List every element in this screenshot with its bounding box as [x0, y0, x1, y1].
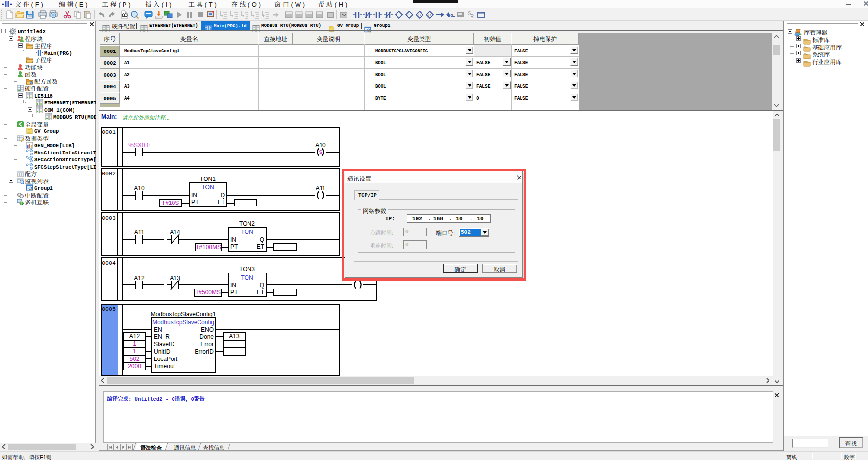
svg-text:TON: TON	[241, 229, 253, 235]
svg-text:R: R	[428, 12, 431, 17]
svg-text:IN: IN	[230, 236, 236, 243]
svg-text:0004: 0004	[102, 260, 116, 266]
svg-text:A13: A13	[229, 333, 240, 340]
svg-text:A10: A10	[315, 142, 326, 149]
svg-text:Q: Q	[260, 282, 264, 289]
svg-text:ModbusTcpSlaveConfig1: ModbusTcpSlaveConfig1	[151, 311, 216, 318]
svg-text:PT: PT	[230, 289, 238, 296]
svg-text:A14: A14	[170, 229, 180, 236]
svg-text:ENO: ENO	[201, 326, 214, 333]
svg-text:ErrorID: ErrorID	[195, 348, 214, 355]
svg-text:SlaveID: SlaveID	[154, 341, 174, 348]
svg-text:PT: PT	[230, 243, 238, 250]
svg-text:TON3: TON3	[239, 266, 255, 273]
svg-text:A12: A12	[134, 275, 145, 281]
svg-text:0005: 0005	[102, 306, 116, 312]
svg-text:A11: A11	[134, 229, 145, 236]
svg-text:S: S	[418, 12, 421, 17]
svg-text:1: 1	[133, 340, 136, 347]
svg-text:TON: TON	[241, 274, 253, 281]
svg-text:T#100MS: T#100MS	[196, 244, 221, 251]
svg-text:Q: Q	[221, 192, 225, 199]
svg-text:EN: EN	[154, 326, 162, 333]
svg-text:PT: PT	[191, 199, 199, 205]
svg-text:%SX0.0: %SX0.0	[128, 142, 150, 149]
svg-text:T#10S: T#10S	[162, 200, 179, 206]
svg-text:S: S	[319, 149, 322, 155]
svg-text:TON: TON	[201, 184, 214, 191]
svg-text:0001: 0001	[102, 129, 116, 135]
svg-text:IN: IN	[191, 192, 197, 199]
svg-text:ET: ET	[257, 289, 265, 296]
svg-text:Error: Error	[200, 341, 214, 348]
svg-text:TON1: TON1	[200, 176, 216, 182]
svg-text:2000: 2000	[128, 363, 141, 370]
svg-text:A10: A10	[134, 185, 145, 192]
svg-text:T#500MS: T#500MS	[195, 289, 221, 296]
svg-text:ET: ET	[218, 199, 225, 205]
svg-text:1: 1	[133, 348, 136, 355]
svg-text:EN_R: EN_R	[154, 333, 170, 340]
svg-text:IN: IN	[230, 282, 236, 289]
svg-text:ModbusTcpSlaveConfig: ModbusTcpSlaveConfig	[152, 319, 214, 326]
svg-text:A13: A13	[170, 275, 180, 281]
svg-text:RET: RET	[449, 13, 455, 18]
svg-text:0002: 0002	[102, 170, 116, 177]
svg-text:Q: Q	[260, 236, 264, 243]
svg-text:0003: 0003	[102, 215, 116, 221]
svg-text:Done: Done	[199, 333, 214, 340]
svg-text:LocaPort: LocaPort	[154, 356, 178, 362]
svg-text:A12: A12	[129, 333, 140, 340]
svg-text:502: 502	[129, 356, 139, 362]
svg-text:UnitID: UnitID	[154, 348, 171, 355]
svg-text:A11: A11	[316, 185, 326, 192]
svg-text:Timeout: Timeout	[154, 363, 175, 370]
svg-text:ET: ET	[257, 243, 265, 250]
svg-text:TON2: TON2	[239, 220, 255, 227]
svg-text:R: R	[471, 14, 474, 19]
